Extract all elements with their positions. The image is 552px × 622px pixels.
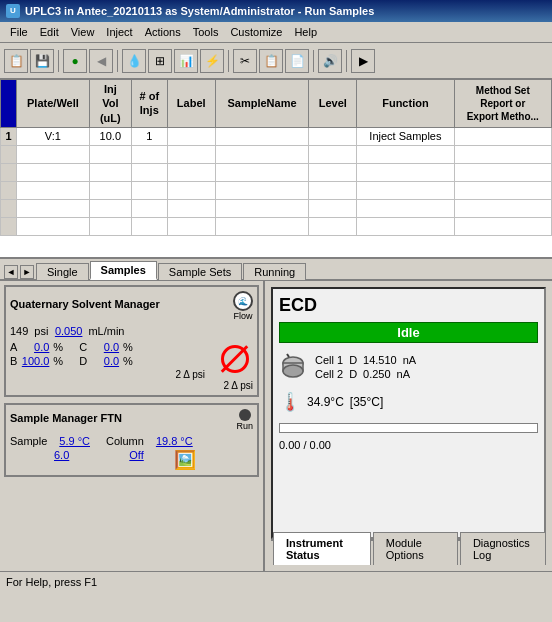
- menu-item-actions[interactable]: Actions: [139, 24, 187, 40]
- toolbar-run[interactable]: ●: [63, 49, 87, 73]
- toolbar-save[interactable]: 💾: [30, 49, 54, 73]
- toolbar-play[interactable]: ▶: [351, 49, 375, 73]
- cell-method-set[interactable]: [454, 127, 551, 145]
- menu-item-inject[interactable]: Inject: [100, 24, 138, 40]
- sample-manager-title: Sample Manager FTN: [10, 412, 122, 424]
- cell1-row: Cell 1 D 14.510 nA: [315, 354, 416, 366]
- channel-c-val[interactable]: 0.0: [91, 341, 119, 353]
- tab-running[interactable]: Running: [243, 263, 306, 280]
- ecd-status-bar: Idle: [279, 322, 538, 343]
- channel-d-unit: %: [123, 355, 133, 367]
- pressure-unit: psi: [34, 325, 48, 337]
- cell-sample-name[interactable]: [215, 127, 309, 145]
- channel-a-row: A 0.0 % C 0.0 %: [10, 341, 205, 353]
- cell1-unit: nA: [403, 354, 416, 366]
- tab-diagnostics-log[interactable]: Diagnostics Log: [460, 532, 546, 565]
- column-temp-val[interactable]: 19.8 °C: [156, 435, 193, 447]
- tab-single[interactable]: Single: [36, 263, 89, 280]
- channel-a-val[interactable]: 0.0: [21, 341, 49, 353]
- toolbar-method[interactable]: ⚡: [200, 49, 224, 73]
- column-temp2[interactable]: Off: [129, 449, 143, 471]
- col-inj-vol: InjVol(uL): [89, 80, 131, 128]
- tab-samples[interactable]: Samples: [90, 261, 157, 280]
- menu-bar: FileEditViewInjectActionsToolsCustomizeH…: [0, 22, 552, 43]
- col-sample-name: SampleName: [215, 80, 309, 128]
- cell-level[interactable]: [309, 127, 357, 145]
- bottom-panels: Quaternary Solvent Manager 🌊 Flow 149 ps…: [0, 281, 552, 571]
- title-text: UPLC3 in Antec_20210113 as System/Admini…: [25, 5, 374, 17]
- empty-row-2: [1, 163, 552, 181]
- channel-a-unit: %: [53, 341, 63, 353]
- sample-info-row: Sample 5.9 °C Column 19.8 °C: [10, 435, 253, 447]
- temp-set: [35°C]: [350, 395, 383, 409]
- toolbar-speaker[interactable]: 🔊: [318, 49, 342, 73]
- sample-manager-panel: Sample Manager FTN Run Sample 5.9 °C Col…: [4, 403, 259, 477]
- channel-b-unit: %: [53, 355, 63, 367]
- menu-item-tools[interactable]: Tools: [187, 24, 225, 40]
- tab-instrument-status[interactable]: Instrument Status: [273, 532, 371, 565]
- flow-icon: 🌊: [233, 291, 253, 311]
- title-bar: U UPLC3 in Antec_20210113 as System/Admi…: [0, 0, 552, 22]
- flow-rate[interactable]: 0.050: [54, 325, 82, 337]
- status-bar: For Help, press F1: [0, 571, 552, 591]
- quaternary-title: Quaternary Solvent Manager: [10, 298, 160, 310]
- toolbar-stop[interactable]: ◀: [89, 49, 113, 73]
- tab-sample-sets[interactable]: Sample Sets: [158, 263, 242, 280]
- channel-d-val[interactable]: 0.0: [91, 355, 119, 367]
- toolbar: 📋 💾 ● ◀ 💧 ⊞ 📊 ⚡ ✂ 📋 📄 🔊 ▶: [0, 43, 552, 79]
- flow-indicator: 🌊 Flow: [233, 291, 253, 321]
- cell1-label: Cell 1: [315, 354, 343, 366]
- delta-psi: 2 Δ psi: [10, 369, 205, 380]
- table-row[interactable]: 1 V:1 10.0 1 Inject Samples: [1, 127, 552, 145]
- progress-bar: [279, 423, 538, 433]
- tab-nav-next[interactable]: ►: [20, 265, 34, 279]
- toolbar-copy[interactable]: 📋: [259, 49, 283, 73]
- channel-c-label: C: [79, 341, 87, 353]
- cell-inj-vol[interactable]: 10.0: [89, 127, 131, 145]
- toolbar-grid[interactable]: ⊞: [148, 49, 172, 73]
- temp-section: 🌡️ 34.9°C [35°C]: [279, 391, 538, 413]
- empty-row-3: [1, 181, 552, 199]
- cell2-value: 0.250: [363, 368, 391, 380]
- cell-function[interactable]: Inject Samples: [357, 127, 454, 145]
- sample-temp-val[interactable]: 5.9 °C: [59, 435, 90, 447]
- toolbar-chart[interactable]: 📊: [174, 49, 198, 73]
- svg-point-2: [283, 365, 303, 377]
- tab-module-options[interactable]: Module Options: [373, 532, 458, 565]
- channel-b-val[interactable]: 100.0: [21, 355, 49, 367]
- col-function: Function: [357, 80, 454, 128]
- channel-b-label: B: [10, 355, 17, 367]
- column-label: Column: [106, 435, 144, 447]
- col-method-set: Method SetReport orExport Metho...: [454, 80, 551, 128]
- menu-item-customize[interactable]: Customize: [224, 24, 288, 40]
- cell2-unit: nA: [397, 368, 410, 380]
- channel-c-unit: %: [123, 341, 133, 353]
- ecd-box: ECD Idle Cell 1 D 14.510: [271, 287, 546, 539]
- empty-row-1: [1, 145, 552, 163]
- menu-item-edit[interactable]: Edit: [34, 24, 65, 40]
- toolbar-cut[interactable]: ✂: [233, 49, 257, 73]
- cell2-channel: D: [349, 368, 357, 380]
- toolbar-paste[interactable]: 📄: [285, 49, 309, 73]
- cell-label[interactable]: [167, 127, 215, 145]
- toolbar-wash[interactable]: 💧: [122, 49, 146, 73]
- quaternary-solvent-panel: Quaternary Solvent Manager 🌊 Flow 149 ps…: [4, 285, 259, 397]
- cell1-value: 14.510: [363, 354, 397, 366]
- sample-temp2[interactable]: 6.0: [54, 449, 69, 471]
- temp-actual: 34.9°C: [307, 395, 344, 409]
- menu-item-help[interactable]: Help: [288, 24, 323, 40]
- tab-nav-prev[interactable]: ◄: [4, 265, 18, 279]
- toolbar-new[interactable]: 📋: [4, 49, 28, 73]
- cell-icon: [279, 353, 307, 381]
- run-label: Run: [236, 421, 253, 431]
- cell2-row: Cell 2 D 0.250 nA: [315, 368, 416, 380]
- cell-plate-well[interactable]: V:1: [17, 127, 90, 145]
- flow-label: Flow: [233, 311, 252, 321]
- app-icon: U: [6, 4, 20, 18]
- status-text: For Help, press F1: [6, 576, 97, 588]
- bottom-tab-bar: Instrument Status Module Options Diagnos…: [271, 539, 546, 565]
- cell-num-injs[interactable]: 1: [131, 127, 167, 145]
- cell2-label: Cell 2: [315, 368, 343, 380]
- menu-item-file[interactable]: File: [4, 24, 34, 40]
- menu-item-view[interactable]: View: [65, 24, 101, 40]
